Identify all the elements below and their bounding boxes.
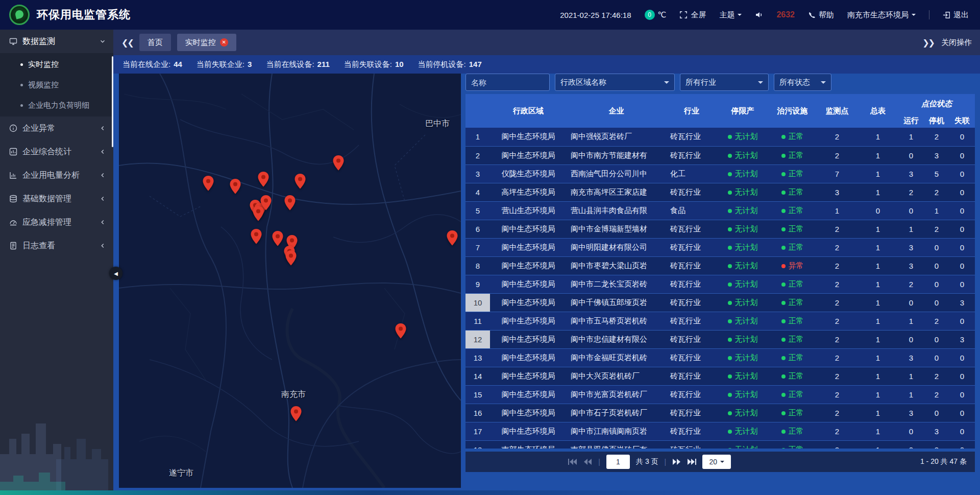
table-cell: 2: [817, 256, 857, 275]
table-cell: 阆中生态环境局: [490, 330, 567, 348]
table-row[interactable]: 7阆中生态环境局阆中明阳建材有限公司砖瓦行业无计划正常21300: [465, 238, 975, 256]
chevron-down-icon: [821, 81, 826, 86]
table-row[interactable]: 18南部生态环境局南部县双佛页岩砖厂有砖瓦行业无计划正常21030: [465, 440, 975, 449]
table-cell: 2: [924, 312, 949, 330]
table-cell: 0: [949, 275, 975, 293]
table-row[interactable]: 2阆中生态环境局阆中市南方节能建材有砖瓦行业无计划正常21030: [465, 146, 975, 164]
sidebar-item-company-stats[interactable]: 企业综合统计: [0, 140, 113, 163]
map-pin-layer: [119, 74, 461, 488]
table-cell: 2: [817, 330, 857, 348]
sidebar-scrollbar[interactable]: [112, 56, 113, 147]
map-pin[interactable]: [290, 406, 302, 421]
table-row[interactable]: 14阆中生态环境局阆中大兴页岩机砖厂砖瓦行业无计划正常21120: [465, 367, 975, 385]
table-cell: 0: [924, 404, 949, 422]
map-pin[interactable]: [285, 250, 297, 266]
table-row[interactable]: 10阆中生态环境局阆中千佛镇五郎垭页岩砖瓦行业无计划正常21003: [465, 293, 975, 312]
map-pin[interactable]: [395, 323, 406, 339]
table-row[interactable]: 8阆中生态环境局阆中市枣碧大梁山页岩砖瓦行业无计划异常21300: [465, 256, 975, 275]
table-row[interactable]: 17阆中生态环境局阆中市江南镇阆南页岩砖瓦行业无计划正常21030: [465, 422, 975, 440]
table-row[interactable]: 13阆中生态环境局阆中市金福旺页岩机砖砖瓦行业无计划正常21300: [465, 348, 975, 367]
table-cell: 砖瓦行业: [666, 422, 717, 440]
table-cell: 砖瓦行业: [666, 293, 717, 312]
sidebar-item-base-data[interactable]: 基础数据管理: [0, 187, 113, 210]
tabs-scroll-left-icon[interactable]: ❮❮: [121, 38, 133, 48]
table-cell: 砖瓦行业: [666, 385, 717, 404]
table-row[interactable]: 9阆中生态环境局阆中市二龙长宝页岩砖砖瓦行业无计划正常21200: [465, 275, 975, 293]
name-filter-input[interactable]: [465, 74, 550, 91]
tab-home[interactable]: 首页: [139, 34, 171, 51]
chevron-left-icon: [99, 219, 106, 226]
name-input[interactable]: [471, 78, 544, 87]
sidebar-item-realtime-monitor[interactable]: 实时监控: [0, 54, 113, 75]
table-cell: 0: [898, 422, 924, 440]
map-collapse-button[interactable]: ◀: [109, 267, 122, 280]
table-cell: 砖瓦行业: [666, 404, 717, 422]
map-pin[interactable]: [253, 206, 264, 221]
industry-filter-dropdown[interactable]: 所有行业: [680, 74, 769, 91]
table-row[interactable]: 15阆中生态环境局阆中市光富页岩机砖厂砖瓦行业无计划正常21120: [465, 385, 975, 404]
help-button[interactable]: 帮助: [808, 10, 834, 20]
table-cell: 砖瓦行业: [666, 256, 717, 275]
map-pin[interactable]: [230, 179, 241, 194]
theme-dropdown[interactable]: 主题: [719, 10, 742, 20]
table-row[interactable]: 3仪陇生态环境局西南油气田分公司川中化工无计划正常71350: [465, 164, 975, 183]
page-number-input[interactable]: [606, 455, 630, 469]
chevron-down-icon: [664, 81, 669, 86]
sidebar-item-power-load-detail[interactable]: 企业电力负荷明细: [0, 95, 113, 115]
sidebar-item-company-abnormal[interactable]: 企业异常: [0, 116, 113, 140]
table-row[interactable]: 4高坪生态环境局南充市高坪区王家店建砖瓦行业无计划正常31220: [465, 183, 975, 201]
bullet-icon: [20, 63, 23, 66]
status-dot: [728, 338, 732, 342]
sidebar-item-video-monitor[interactable]: 视频监控: [0, 75, 113, 95]
sidebar-item-power-analysis[interactable]: 企业用电量分析: [0, 163, 113, 187]
map-pin[interactable]: [447, 230, 458, 246]
page-size-select[interactable]: 20: [702, 455, 731, 469]
sidebar-item-log-view[interactable]: 日志查看: [0, 234, 113, 257]
table-cell: 砖瓦行业: [666, 220, 717, 238]
table-cell: 2: [817, 293, 857, 312]
table-row[interactable]: 12阆中生态环境局阆中市忠信建材有限公砖瓦行业无计划正常21003: [465, 330, 975, 348]
map-pin[interactable]: [251, 229, 262, 244]
table-cell: 化工: [666, 164, 717, 183]
fullscreen-button[interactable]: 全屏: [679, 10, 706, 20]
map-pin[interactable]: [272, 231, 283, 246]
tab-realtime-monitor[interactable]: 实时监控 ✕: [177, 34, 236, 51]
status-dot: [728, 430, 732, 434]
tabs-scroll-right-icon[interactable]: ❯❯: [922, 38, 934, 48]
map-pin[interactable]: [284, 195, 296, 210]
map-pin[interactable]: [203, 176, 214, 191]
next-page-icon[interactable]: [672, 458, 681, 465]
region-filter-dropdown[interactable]: 行政区域名称: [555, 74, 675, 91]
status-filter-dropdown[interactable]: 所有状态: [774, 74, 831, 91]
alarm-count: 2632: [776, 10, 795, 19]
table-cell: 1: [857, 440, 898, 449]
table-row[interactable]: 6阆中生态环境局阆中市金博瑞新型墙材砖瓦行业无计划正常21120: [465, 220, 975, 238]
bullet-icon: [20, 104, 23, 107]
table-cell: 2: [924, 385, 949, 404]
logout-button[interactable]: 退出: [943, 10, 969, 20]
status-dot: [781, 154, 786, 158]
table-cell: 无计划: [717, 404, 768, 422]
sidebar-item-data-monitor[interactable]: 数据监测: [0, 30, 113, 53]
prev-page-icon[interactable]: [583, 458, 592, 465]
org-dropdown[interactable]: 南充市生态环境局: [847, 10, 916, 20]
table-row[interactable]: 1阆中生态环境局阆中强锐页岩砖厂砖瓦行业无计划正常21120: [465, 128, 975, 146]
table-row[interactable]: 16阆中生态环境局阆中市石子页岩机砖厂砖瓦行业无计划正常21300: [465, 404, 975, 422]
close-operations-button[interactable]: 关闭操作: [941, 38, 972, 48]
map-pin[interactable]: [333, 155, 344, 171]
map[interactable]: 巴中市 南充市 遂宁市: [119, 74, 461, 488]
close-icon[interactable]: ✕: [220, 38, 228, 46]
table-row[interactable]: 11阆中生态环境局阆中市五马桥页岩机砖砖瓦行业无计划正常21120: [465, 312, 975, 330]
first-page-icon[interactable]: [568, 458, 577, 465]
table-row[interactable]: 5营山生态环境局营山县润丰肉食品有限食品无计划正常10010: [465, 201, 975, 220]
sidebar-item-emergency-reduction[interactable]: 应急减排管理: [0, 210, 113, 234]
table-cell: 无计划: [717, 164, 768, 183]
status-dot: [781, 338, 786, 342]
chevron-left-icon: [99, 172, 106, 179]
map-pin[interactable]: [258, 172, 269, 187]
alarm-speaker-button[interactable]: [755, 11, 763, 19]
table-cell: 无计划: [717, 293, 768, 312]
map-pin[interactable]: [295, 174, 306, 189]
last-page-icon[interactable]: [687, 458, 696, 465]
column-header-running: 运行: [898, 113, 924, 128]
